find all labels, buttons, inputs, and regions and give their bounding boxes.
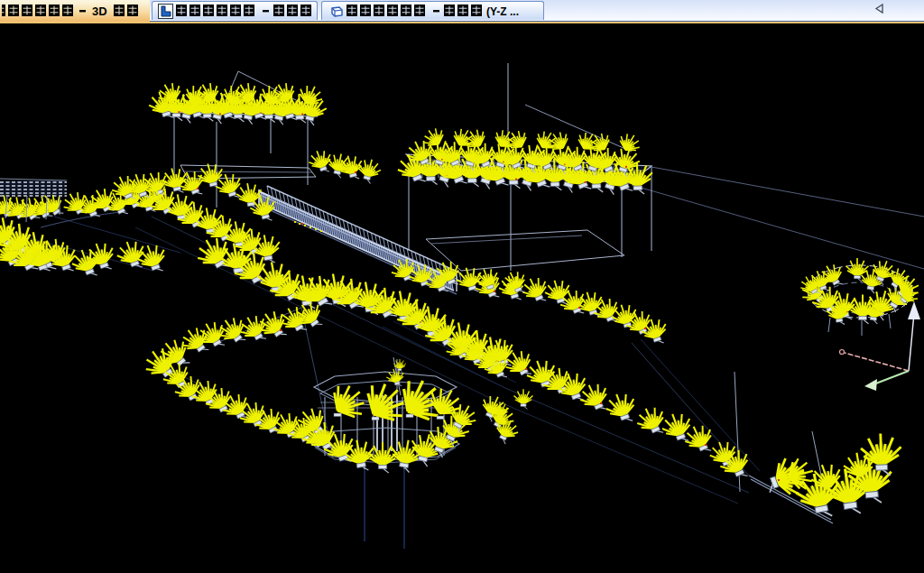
- svg-text:(Y-Z ...: (Y-Z ...: [486, 5, 519, 18]
- svg-text:3D: 3D: [92, 5, 107, 18]
